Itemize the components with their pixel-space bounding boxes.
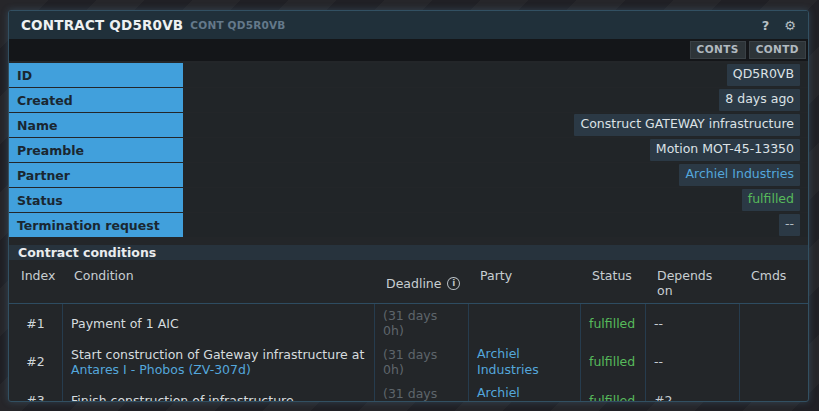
detail-label: Preamble <box>9 138 183 162</box>
conditions-table: Index Condition Deadline i Party Status … <box>9 262 808 402</box>
condition-row-3: #3 Finish construction of infrastructure… <box>9 381 808 402</box>
detail-row-created: Created 8 days ago <box>9 88 808 112</box>
contract-details: ID QD5R0VB Created 8 days ago Name Const… <box>9 63 808 238</box>
party-link[interactable]: Archiel Industries <box>468 381 580 402</box>
location-link[interactable]: Antares I - Phobos (ZV-307d) <box>71 362 366 377</box>
condition-status: fulfilled <box>580 304 645 342</box>
party-link[interactable]: Archiel Industries <box>468 342 580 381</box>
condition-row-1: #1 Payment of 1 AIC (31 days 0h) fulfill… <box>9 304 808 342</box>
condition-index: #3 <box>9 381 62 402</box>
window-title: CONTRACT QD5R0VB <box>21 17 183 33</box>
detail-value-area: Motion MOT-45-13350 <box>183 138 808 162</box>
gear-icon[interactable]: ⚙ <box>784 19 796 32</box>
preamble-value: Motion MOT-45-13350 <box>650 139 800 160</box>
detail-row-preamble: Preamble Motion MOT-45-13350 <box>9 138 808 162</box>
condition-status: fulfilled <box>580 342 645 381</box>
title-bar: CONTRACT QD5R0VB CONT QD5R0VB ? ⚙ <box>9 11 808 39</box>
detail-label: Created <box>9 88 183 112</box>
info-icon[interactable]: i <box>447 277 460 290</box>
conditions-table-body: #1 Payment of 1 AIC (31 days 0h) fulfill… <box>9 304 808 402</box>
detail-label: Status <box>9 188 183 212</box>
col-header-party: Party <box>468 262 580 304</box>
detail-value-area: fulfilled <box>183 188 808 212</box>
partner-link[interactable]: Archiel Industries <box>679 164 800 185</box>
contract-conditions-header: Contract conditions <box>9 245 808 260</box>
condition-party <box>468 304 580 342</box>
detail-row-status: Status fulfilled <box>9 188 808 212</box>
condition-depends-on: -- <box>645 342 739 381</box>
detail-row-termination: Termination request -- <box>9 213 808 237</box>
conts-button[interactable]: CONTS <box>690 41 746 59</box>
condition-cmds <box>739 342 808 381</box>
termination-request-value: -- <box>779 214 800 235</box>
detail-row-partner: Partner Archiel Industries <box>9 163 808 187</box>
condition-status: fulfilled <box>580 381 645 402</box>
contract-name-value: Construct GATEWAY infrastructure <box>574 114 800 135</box>
condition-index: #2 <box>9 342 62 381</box>
condition-row-2: #2 Start construction of Gateway infrast… <box>9 342 808 381</box>
detail-row-name: Name Construct GATEWAY infrastructure <box>9 113 808 137</box>
contract-window: CONTRACT QD5R0VB CONT QD5R0VB ? ⚙ CONTS … <box>8 10 809 402</box>
condition-cmds <box>739 381 808 402</box>
deadline-header-label: Deadline <box>386 276 441 291</box>
condition-cmds <box>739 304 808 342</box>
col-header-condition: Condition <box>62 262 374 304</box>
command-row: CONTS CONTD <box>9 39 808 61</box>
condition-deadline: (31 days 0h) <box>374 342 468 381</box>
condition-deadline: (31 days 0h) <box>374 304 468 342</box>
detail-label: Termination request <box>9 213 183 237</box>
detail-row-id: ID QD5R0VB <box>9 63 808 87</box>
condition-text: Start construction of Gateway infrastruc… <box>62 342 374 381</box>
col-header-depends-on: Depends on <box>645 262 739 304</box>
condition-text: Payment of 1 AIC <box>62 304 374 342</box>
condition-description: Finish construction of infrastructure <box>71 393 366 402</box>
col-header-status: Status <box>580 262 645 304</box>
col-header-cmds: Cmds <box>739 262 808 304</box>
detail-value-area: Construct GATEWAY infrastructure <box>183 113 808 137</box>
col-header-index: Index <box>9 262 62 304</box>
condition-depends-on: -- <box>645 304 739 342</box>
condition-text: Finish construction of infrastructure <box>62 381 374 402</box>
col-header-deadline: Deadline i <box>374 262 468 304</box>
contd-button[interactable]: CONTD <box>749 41 806 59</box>
condition-description: Payment of 1 AIC <box>71 316 366 331</box>
detail-value-area: 8 days ago <box>183 88 808 112</box>
created-value: 8 days ago <box>719 89 800 110</box>
detail-value-area: Archiel Industries <box>183 163 808 187</box>
detail-label: Name <box>9 113 183 137</box>
condition-deadline: (31 days 0h) <box>374 381 468 402</box>
detail-label: Partner <box>9 163 183 187</box>
condition-description: Start construction of Gateway infrastruc… <box>71 347 366 362</box>
help-icon[interactable]: ? <box>762 19 770 32</box>
conditions-table-header: Index Condition Deadline i Party Status … <box>9 262 808 304</box>
condition-index: #1 <box>9 304 62 342</box>
detail-value-area: QD5R0VB <box>183 63 808 87</box>
condition-depends-on: #2 <box>645 381 739 402</box>
detail-value-area: -- <box>183 213 808 237</box>
contract-id-value: QD5R0VB <box>727 64 800 85</box>
detail-label: ID <box>9 63 183 87</box>
status-badge: fulfilled <box>742 189 800 210</box>
window-subtitle: CONT QD5R0VB <box>190 19 285 31</box>
